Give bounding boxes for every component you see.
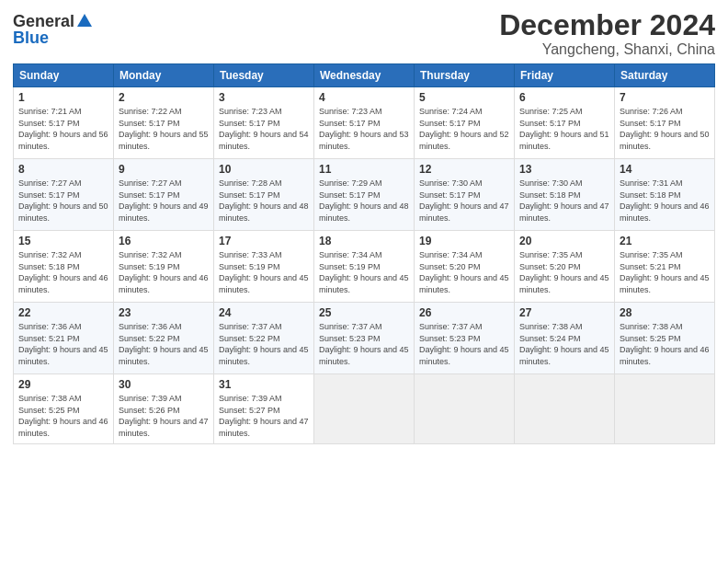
table-row: 12Sunrise: 7:30 AMSunset: 5:17 PMDayligh…: [415, 159, 515, 231]
day-info: Sunrise: 7:37 AMSunset: 5:23 PMDaylight:…: [419, 322, 509, 366]
day-number: 4: [319, 91, 409, 104]
day-number: 31: [219, 378, 309, 391]
logo-icon: [76, 12, 93, 29]
day-info: Sunrise: 7:28 AMSunset: 5:17 PMDaylight:…: [219, 178, 309, 223]
day-info: Sunrise: 7:34 AMSunset: 5:20 PMDaylight:…: [419, 250, 509, 294]
day-info: Sunrise: 7:38 AMSunset: 5:25 PMDaylight:…: [620, 322, 710, 366]
day-number: 8: [18, 163, 108, 176]
day-number: 16: [119, 235, 209, 247]
table-row: 30Sunrise: 7:39 AMSunset: 5:26 PMDayligh…: [114, 374, 214, 443]
logo-general-text: General: [13, 13, 74, 29]
table-row: [615, 374, 715, 443]
col-tuesday: Tuesday: [214, 64, 314, 87]
day-info: Sunrise: 7:29 AMSunset: 5:17 PMDaylight:…: [319, 178, 409, 223]
day-info: Sunrise: 7:31 AMSunset: 5:18 PMDaylight:…: [620, 178, 710, 223]
table-row: 25Sunrise: 7:37 AMSunset: 5:23 PMDayligh…: [314, 303, 415, 374]
logo: General Blue: [13, 13, 93, 46]
table-row: 8Sunrise: 7:27 AMSunset: 5:17 PMDaylight…: [14, 159, 114, 231]
table-row: 14Sunrise: 7:31 AMSunset: 5:18 PMDayligh…: [615, 159, 715, 231]
calendar-title: December 2024: [499, 9, 715, 41]
table-row: 16Sunrise: 7:32 AMSunset: 5:19 PMDayligh…: [114, 231, 214, 303]
day-number: 20: [519, 235, 609, 247]
day-info: Sunrise: 7:35 AMSunset: 5:21 PMDaylight:…: [620, 250, 710, 294]
day-number: 28: [620, 306, 710, 319]
table-row: 11Sunrise: 7:29 AMSunset: 5:17 PMDayligh…: [314, 159, 415, 231]
day-info: Sunrise: 7:25 AMSunset: 5:17 PMDaylight:…: [519, 107, 609, 151]
day-number: 2: [119, 91, 209, 104]
day-info: Sunrise: 7:23 AMSunset: 5:17 PMDaylight:…: [319, 107, 409, 151]
day-info: Sunrise: 7:23 AMSunset: 5:17 PMDaylight:…: [219, 107, 309, 151]
calendar-table: Sunday Monday Tuesday Wednesday Thursday…: [13, 63, 715, 443]
day-info: Sunrise: 7:27 AMSunset: 5:17 PMDaylight:…: [18, 178, 108, 223]
day-info: Sunrise: 7:32 AMSunset: 5:18 PMDaylight:…: [18, 250, 108, 294]
day-number: 26: [419, 306, 509, 319]
title-block: December 2024 Yangcheng, Shanxi, China: [499, 9, 715, 58]
day-number: 24: [219, 306, 309, 319]
table-row: 6Sunrise: 7:25 AMSunset: 5:17 PMDaylight…: [515, 87, 615, 159]
table-row: 23Sunrise: 7:36 AMSunset: 5:22 PMDayligh…: [114, 303, 214, 374]
day-number: 18: [319, 235, 409, 247]
day-number: 12: [419, 163, 509, 176]
day-number: 25: [319, 306, 409, 319]
table-row: [515, 374, 615, 443]
col-saturday: Saturday: [615, 64, 715, 87]
header-row: Sunday Monday Tuesday Wednesday Thursday…: [14, 64, 715, 87]
day-info: Sunrise: 7:39 AMSunset: 5:26 PMDaylight:…: [119, 394, 209, 438]
day-number: 21: [620, 235, 710, 247]
table-row: 26Sunrise: 7:37 AMSunset: 5:23 PMDayligh…: [415, 303, 515, 374]
day-info: Sunrise: 7:35 AMSunset: 5:20 PMDaylight:…: [519, 250, 609, 294]
logo-blue-text: Blue: [13, 29, 93, 46]
table-row: 2Sunrise: 7:22 AMSunset: 5:17 PMDaylight…: [114, 87, 214, 159]
col-sunday: Sunday: [14, 64, 114, 87]
calendar-location: Yangcheng, Shanxi, China: [499, 41, 715, 58]
col-thursday: Thursday: [415, 64, 515, 87]
table-row: 21Sunrise: 7:35 AMSunset: 5:21 PMDayligh…: [615, 231, 715, 303]
table-row: 10Sunrise: 7:28 AMSunset: 5:17 PMDayligh…: [214, 159, 314, 231]
day-info: Sunrise: 7:38 AMSunset: 5:25 PMDaylight:…: [18, 394, 108, 438]
day-number: 6: [519, 91, 609, 104]
day-info: Sunrise: 7:36 AMSunset: 5:22 PMDaylight:…: [119, 322, 209, 366]
table-row: 29Sunrise: 7:38 AMSunset: 5:25 PMDayligh…: [14, 374, 114, 443]
day-number: 15: [18, 235, 108, 247]
col-wednesday: Wednesday: [314, 64, 415, 87]
day-number: 1: [18, 91, 108, 104]
table-row: 24Sunrise: 7:37 AMSunset: 5:22 PMDayligh…: [214, 303, 314, 374]
day-info: Sunrise: 7:34 AMSunset: 5:19 PMDaylight:…: [319, 250, 409, 294]
day-info: Sunrise: 7:32 AMSunset: 5:19 PMDaylight:…: [119, 250, 209, 294]
day-info: Sunrise: 7:24 AMSunset: 5:17 PMDaylight:…: [419, 107, 509, 151]
day-info: Sunrise: 7:37 AMSunset: 5:22 PMDaylight:…: [219, 322, 309, 366]
day-number: 27: [519, 306, 609, 319]
svg-marker-0: [77, 14, 92, 27]
table-row: 9Sunrise: 7:27 AMSunset: 5:17 PMDaylight…: [114, 159, 214, 231]
table-row: 27Sunrise: 7:38 AMSunset: 5:24 PMDayligh…: [515, 303, 615, 374]
day-info: Sunrise: 7:21 AMSunset: 5:17 PMDaylight:…: [18, 107, 108, 151]
col-friday: Friday: [515, 64, 615, 87]
day-info: Sunrise: 7:30 AMSunset: 5:18 PMDaylight:…: [519, 178, 609, 223]
day-number: 3: [219, 91, 309, 104]
col-monday: Monday: [114, 64, 214, 87]
day-info: Sunrise: 7:30 AMSunset: 5:17 PMDaylight:…: [419, 178, 509, 223]
day-number: 11: [319, 163, 409, 176]
day-info: Sunrise: 7:39 AMSunset: 5:27 PMDaylight:…: [219, 394, 309, 438]
table-row: 19Sunrise: 7:34 AMSunset: 5:20 PMDayligh…: [415, 231, 515, 303]
page-container: General Blue December 2024 Yangcheng, Sh…: [0, 0, 728, 454]
day-number: 22: [18, 306, 108, 319]
day-info: Sunrise: 7:36 AMSunset: 5:21 PMDaylight:…: [18, 322, 108, 366]
table-row: 22Sunrise: 7:36 AMSunset: 5:21 PMDayligh…: [14, 303, 114, 374]
day-number: 17: [219, 235, 309, 247]
day-number: 7: [620, 91, 710, 104]
table-row: 3Sunrise: 7:23 AMSunset: 5:17 PMDaylight…: [214, 87, 314, 159]
table-row: 13Sunrise: 7:30 AMSunset: 5:18 PMDayligh…: [515, 159, 615, 231]
table-row: [415, 374, 515, 443]
header: General Blue December 2024 Yangcheng, Sh…: [13, 9, 715, 58]
day-number: 14: [620, 163, 710, 176]
day-number: 29: [18, 378, 108, 391]
day-info: Sunrise: 7:33 AMSunset: 5:19 PMDaylight:…: [219, 250, 309, 294]
day-info: Sunrise: 7:26 AMSunset: 5:17 PMDaylight:…: [620, 107, 710, 151]
day-number: 13: [519, 163, 609, 176]
table-row: 31Sunrise: 7:39 AMSunset: 5:27 PMDayligh…: [214, 374, 314, 443]
table-row: 17Sunrise: 7:33 AMSunset: 5:19 PMDayligh…: [214, 231, 314, 303]
day-number: 30: [119, 378, 209, 391]
day-number: 9: [119, 163, 209, 176]
table-row: 20Sunrise: 7:35 AMSunset: 5:20 PMDayligh…: [515, 231, 615, 303]
